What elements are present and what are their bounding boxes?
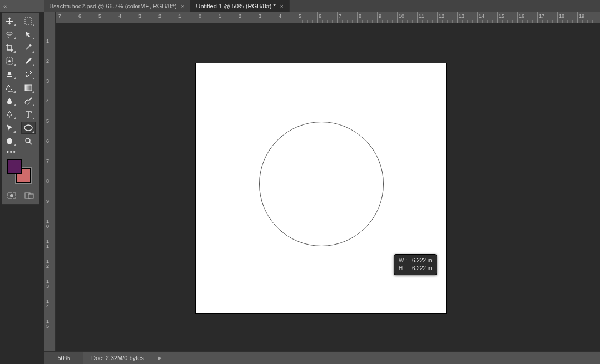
dodge-tool-icon[interactable] — [21, 95, 36, 107]
zoom-tool-icon[interactable] — [21, 135, 36, 147]
dimension-tooltip: W :6.222 in H :6.222 in — [394, 254, 437, 275]
pen-tool-icon[interactable] — [2, 108, 17, 121]
color-swatches[interactable] — [5, 159, 36, 184]
status-bar: 50% Doc: 2.32M/0 bytes ▶ — [44, 351, 600, 364]
quick-mask-icon[interactable] — [7, 192, 17, 200]
document-tab[interactable]: Untitled-1 @ 50% (RGB/8#) * × — [190, 0, 289, 12]
type-tool-icon[interactable] — [21, 108, 36, 121]
svg-rect-3 — [25, 85, 32, 91]
document-canvas[interactable] — [196, 63, 446, 313]
work-area: 7654321012345678910111213141516171819 12… — [44, 12, 600, 351]
marquee-tool-icon[interactable] — [21, 15, 36, 27]
lasso-tool-icon[interactable] — [2, 28, 17, 41]
ellipse-shape-tool-icon[interactable] — [21, 122, 36, 134]
close-icon[interactable]: × — [181, 3, 185, 9]
foreground-color-swatch[interactable] — [7, 159, 22, 174]
brush-tool-icon[interactable] — [21, 55, 36, 67]
document-size-readout[interactable]: Doc: 2.32M/0 bytes — [83, 352, 152, 364]
document-tab[interactable]: 8sachtuhoc2.psd @ 66.7% (colorME, RGB/8#… — [44, 0, 190, 12]
screen-mode-icon[interactable] — [24, 192, 34, 200]
svg-rect-0 — [25, 18, 32, 24]
hand-tool-icon[interactable] — [2, 135, 17, 147]
quick-selection-tool-icon[interactable] — [21, 28, 36, 41]
svg-point-6 — [26, 138, 30, 143]
document-tab-bar: « 8sachtuhoc2.psd @ 66.7% (colorME, RGB/… — [0, 0, 600, 12]
close-icon[interactable]: × — [280, 3, 284, 9]
doc-size-label: Doc: — [91, 355, 104, 361]
status-flyout-caret-icon[interactable]: ▶ — [152, 355, 167, 361]
eraser-tool-icon[interactable] — [2, 82, 17, 94]
tabbar-collapse-chevron[interactable]: « — [0, 0, 44, 12]
horizontal-ruler[interactable]: 7654321012345678910111213141516171819 — [56, 12, 600, 23]
eyedropper-tool-icon[interactable] — [21, 42, 36, 54]
move-tool-icon[interactable] — [2, 15, 17, 27]
document-tab-label: 8sachtuhoc2.psd @ 66.7% (colorME, RGB/8#… — [50, 3, 177, 9]
height-label: H : — [399, 265, 412, 272]
svg-point-8 — [10, 194, 13, 197]
healing-brush-tool-icon[interactable] — [2, 55, 17, 67]
ellipse-shape[interactable] — [259, 122, 384, 246]
vertical-ruler[interactable]: 123456789101112131415 — [44, 23, 56, 351]
svg-point-5 — [24, 125, 32, 131]
clone-stamp-tool-icon[interactable] — [2, 68, 17, 81]
ruler-origin-corner[interactable] — [44, 12, 56, 23]
zoom-level-field[interactable]: 50% — [44, 352, 83, 364]
canvas-viewport[interactable]: W :6.222 in H :6.222 in — [56, 23, 600, 351]
height-value: 6.222 in — [412, 265, 432, 271]
gradient-tool-icon[interactable] — [21, 82, 36, 94]
svg-point-2 — [8, 60, 11, 62]
blur-tool-icon[interactable] — [2, 95, 17, 107]
tools-panel: ••• — [2, 12, 39, 205]
width-label: W : — [399, 257, 412, 265]
width-value: 6.222 in — [412, 257, 432, 263]
document-tab-label: Untitled-1 @ 50% (RGB/8#) * — [196, 3, 275, 9]
svg-rect-10 — [28, 194, 33, 198]
history-brush-tool-icon[interactable] — [21, 68, 36, 81]
crop-tool-icon[interactable] — [2, 42, 17, 54]
doc-size-value: 2.32M/0 bytes — [106, 355, 144, 361]
path-selection-tool-icon[interactable] — [2, 122, 17, 134]
svg-point-4 — [25, 100, 29, 104]
more-tools-icon[interactable]: ••• — [2, 148, 39, 156]
